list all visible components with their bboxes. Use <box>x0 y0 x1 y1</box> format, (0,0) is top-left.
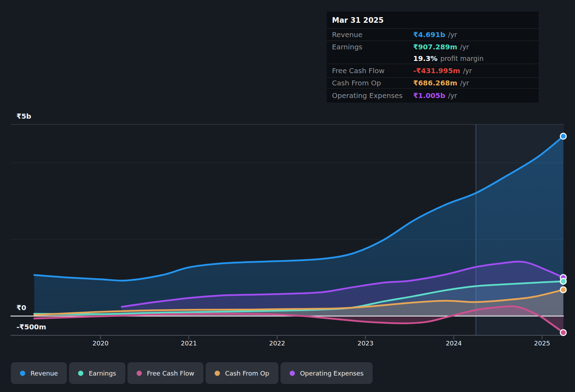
series-end-marker-fcf <box>560 330 566 336</box>
series-end-marker-revenue <box>560 133 566 139</box>
cash-flow-history-page: { "page": {"background": "#161b22"}, "to… <box>0 0 575 392</box>
legend-item-label: Operating Expenses <box>300 370 363 377</box>
legend-item-revenue[interactable]: Revenue <box>11 362 67 384</box>
x-axis-label-2025: 2025 <box>534 340 550 347</box>
legend-item-operating-expenses[interactable]: Operating Expenses <box>280 362 373 384</box>
revenue-dot-icon <box>20 371 25 376</box>
legend-item-cash-from-op[interactable]: Cash From Op <box>206 362 278 384</box>
profit-margin-value: 19.3% <box>413 54 437 63</box>
chart-legend: Revenue Earnings Free Cash Flow Cash Fro… <box>11 362 373 384</box>
tooltip-value: ₹4.691b <box>413 30 445 39</box>
y-axis-label-500m: -₹500m <box>16 323 46 331</box>
tooltip-label: Earnings <box>332 43 413 51</box>
series-end-marker-earnings <box>560 278 566 284</box>
legend-item-free-cash-flow[interactable]: Free Cash Flow <box>127 362 203 384</box>
tooltip-row-earnings: Earnings ₹907.289m /yr <box>327 41 539 53</box>
y-axis-label-0: ₹0 <box>16 303 26 312</box>
legend-item-label: Revenue <box>30 370 58 377</box>
y-axis-label-5b: ₹5b <box>16 112 31 120</box>
operating-expenses-dot-icon <box>290 371 295 376</box>
tooltip-label: Operating Expenses <box>332 91 413 100</box>
tooltip-value-suffix: /yr <box>448 31 457 38</box>
legend-item-label: Cash From Op <box>225 370 269 377</box>
tooltip-value-suffix: /yr <box>460 43 469 51</box>
chart-tooltip: Mar 31 2025 Revenue ₹4.691b /yr Earnings… <box>327 12 539 103</box>
profit-margin-label: profit margin <box>440 55 484 62</box>
x-axis-label-2020: 2020 <box>92 340 109 347</box>
legend-item-earnings[interactable]: Earnings <box>69 362 125 384</box>
tooltip-row-cash-from-op: Cash From Op ₹686.268m /yr <box>327 78 539 89</box>
earnings-dot-icon <box>78 371 83 376</box>
tooltip-value: ₹907.289m <box>413 43 457 51</box>
tooltip-label: Free Cash Flow <box>332 66 413 75</box>
tooltip-value: ₹1.005b <box>413 91 445 100</box>
tooltip-value: -₹431.995m <box>413 66 460 75</box>
series-end-marker-cashop <box>560 287 566 293</box>
legend-item-label: Free Cash Flow <box>147 370 194 377</box>
x-axis-label-2023: 2023 <box>358 340 374 347</box>
legend-item-label: Earnings <box>89 370 116 377</box>
cash-from-op-dot-icon <box>215 371 220 376</box>
tooltip-value-suffix: /yr <box>460 79 469 87</box>
tooltip-value-suffix: /yr <box>463 67 472 75</box>
tooltip-row-revenue: Revenue ₹4.691b /yr <box>327 29 539 41</box>
free-cash-flow-dot-icon <box>137 371 142 376</box>
tooltip-value-suffix: /yr <box>448 92 457 99</box>
tooltip-label: Revenue <box>332 30 413 39</box>
tooltip-value: ₹686.268m <box>413 79 457 87</box>
x-axis-label-2021: 2021 <box>181 340 197 347</box>
tooltip-row-profit-margin: 19.3% profit margin <box>327 53 539 64</box>
tooltip-date: Mar 31 2025 <box>327 12 539 29</box>
x-axis-label-2024: 2024 <box>446 340 462 347</box>
tooltip-label: Cash From Op <box>332 79 413 87</box>
x-axis-label-2022: 2022 <box>269 340 285 347</box>
tooltip-row-free-cash-flow: Free Cash Flow -₹431.995m /yr <box>327 64 539 78</box>
tooltip-row-operating-expenses: Operating Expenses ₹1.005b /yr <box>327 89 539 103</box>
